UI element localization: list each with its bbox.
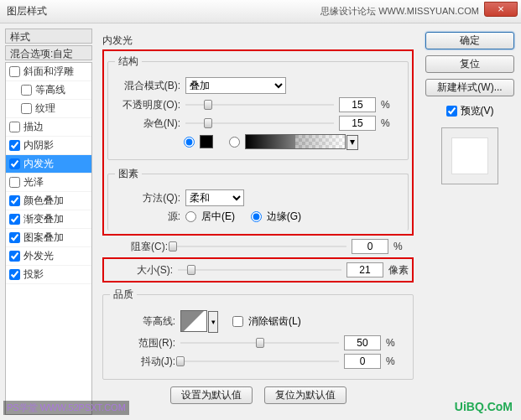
choke-slider[interactable]: [173, 240, 346, 253]
sidebar-item-10[interactable]: 外发光: [6, 247, 91, 266]
opacity-slider[interactable]: [185, 98, 334, 111]
ok-button[interactable]: 确定: [425, 32, 514, 49]
blend-mode-select[interactable]: 叠加: [185, 77, 286, 94]
sidebar-item-6[interactable]: 光泽: [6, 174, 91, 192]
range-label: 范围(R):: [110, 336, 175, 350]
highlight-box-structure: 结构 混合模式(B): 叠加 不透明度(O): % 杂色(N): %: [102, 49, 414, 236]
jitter-slider[interactable]: [180, 355, 339, 368]
sidebar-item-checkbox[interactable]: [9, 140, 20, 151]
color-swatch[interactable]: [200, 135, 213, 148]
group-quality: 品质 等高线: ▾ 消除锯齿(L) 范围(R): % 抖动(J): %: [102, 288, 414, 380]
opacity-label: 不透明度(O):: [115, 98, 180, 112]
sidebar-item-checkbox[interactable]: [9, 177, 20, 188]
noise-slider[interactable]: [185, 117, 334, 130]
group-structure: 结构 混合模式(B): 叠加 不透明度(O): % 杂色(N): %: [107, 54, 409, 160]
noise-unit: %: [381, 117, 401, 129]
group-elements: 图素 方法(Q): 柔和 源: 居中(E) 边缘(G): [107, 167, 409, 231]
sidebar-item-1[interactable]: 等高线: [6, 81, 91, 100]
technique-select[interactable]: 柔和: [185, 189, 244, 206]
sidebar-item-checkbox[interactable]: [9, 269, 20, 280]
antialias-label: 消除锯齿(L): [248, 314, 301, 329]
sidebar-item-11[interactable]: 投影: [6, 266, 91, 284]
sidebar-item-label: 颜色叠加: [23, 194, 64, 208]
sidebar-item-5[interactable]: 内发光: [6, 155, 91, 174]
sidebar-header[interactable]: 样式: [5, 29, 92, 44]
source-edge-radio[interactable]: [251, 211, 262, 222]
sidebar-item-2[interactable]: 纹理: [6, 100, 91, 118]
sidebar-item-label: 纹理: [35, 101, 55, 116]
sidebar-item-label: 光泽: [23, 175, 44, 189]
sidebar-item-4[interactable]: 内阴影: [6, 137, 91, 155]
legend-structure: 结构: [115, 54, 142, 69]
range-slider[interactable]: [180, 336, 339, 350]
watermark-bottom-right: UiBQ.CoM: [455, 400, 513, 413]
preview-thumbnail: [452, 138, 487, 174]
opacity-input[interactable]: [339, 97, 376, 112]
technique-label: 方法(Q):: [115, 191, 180, 205]
size-slider[interactable]: [178, 263, 341, 277]
sidebar-item-checkbox[interactable]: [21, 103, 32, 114]
sidebar-item-checkbox[interactable]: [9, 195, 20, 206]
sidebar-item-checkbox[interactable]: [21, 85, 32, 96]
set-default-button[interactable]: 设置为默认值: [170, 386, 253, 404]
sidebar-item-checkbox[interactable]: [9, 122, 20, 132]
sidebar-item-checkbox[interactable]: [9, 251, 20, 262]
sidebar-item-3[interactable]: 描边: [6, 118, 91, 137]
sidebar-item-8[interactable]: 渐变叠加: [6, 210, 91, 229]
choke-unit: %: [393, 241, 414, 252]
gradient-picker[interactable]: ▾: [245, 134, 346, 149]
close-button[interactable]: ×: [484, 2, 518, 17]
highlight-box-size: 大小(S): 像素: [102, 257, 414, 283]
sidebar-item-label: 渐变叠加: [23, 212, 64, 226]
source-center-label: 居中(E): [201, 210, 235, 224]
opacity-unit: %: [381, 99, 401, 111]
noise-input[interactable]: [339, 116, 376, 131]
sidebar-item-9[interactable]: 图案叠加: [6, 229, 91, 247]
new-style-button[interactable]: 新建样式(W)...: [425, 79, 514, 96]
contour-label: 等高线:: [110, 314, 175, 329]
sidebar-item-label: 等高线: [35, 83, 65, 97]
choke-label: 阻塞(C):: [102, 240, 168, 254]
sidebar-item-label: 斜面和浮雕: [23, 65, 74, 79]
sidebar-item-7[interactable]: 颜色叠加: [6, 192, 91, 210]
sidebar-item-checkbox[interactable]: [9, 158, 20, 169]
contour-picker[interactable]: ▾: [180, 310, 207, 332]
chevron-down-icon[interactable]: ▾: [208, 311, 218, 333]
preview-checkbox[interactable]: [446, 106, 457, 117]
noise-label: 杂色(N):: [115, 117, 180, 131]
legend-quality: 品质: [110, 288, 137, 302]
jitter-input[interactable]: [344, 354, 381, 369]
size-input[interactable]: [346, 262, 383, 277]
sidebar-item-checkbox[interactable]: [9, 66, 20, 77]
size-unit: 像素: [388, 263, 409, 277]
dialog-body: 样式 混合选项:自定 斜面和浮雕等高线纹理描边内阴影内发光光泽颜色叠加渐变叠加图…: [0, 23, 521, 420]
sidebar-subheader[interactable]: 混合选项:自定: [5, 45, 92, 60]
choke-input[interactable]: [352, 239, 388, 254]
sidebar-item-label: 投影: [23, 267, 44, 282]
antialias-checkbox[interactable]: [232, 316, 243, 327]
sidebar-item-0[interactable]: 斜面和浮雕: [6, 63, 91, 81]
cancel-button[interactable]: 复位: [425, 55, 514, 73]
reset-default-button[interactable]: 复位为默认值: [264, 386, 346, 404]
source-label: 源:: [115, 210, 180, 224]
panel-title: 内发光: [102, 34, 414, 48]
source-edge-label: 边缘(G): [267, 210, 301, 224]
jitter-label: 抖动(J):: [110, 355, 175, 369]
color-solid-radio[interactable]: [184, 137, 195, 148]
center-panel: 内发光 结构 混合模式(B): 叠加 不透明度(O): % 杂色(N):: [97, 29, 419, 415]
right-column: 确定 复位 新建样式(W)... 预览(V): [424, 29, 516, 415]
chevron-down-icon[interactable]: ▾: [346, 135, 358, 150]
sidebar-item-label: 外发光: [23, 249, 54, 263]
window-title: 图层样式: [7, 4, 47, 18]
titlebar: 图层样式 思缘设计论坛 WWW.MISSYUAN.COM ×: [0, 0, 521, 23]
sidebar-item-checkbox[interactable]: [9, 214, 20, 225]
style-list: 斜面和浮雕等高线纹理描边内阴影内发光光泽颜色叠加渐变叠加图案叠加外发光投影: [5, 62, 92, 415]
sidebar-item-checkbox[interactable]: [9, 232, 20, 243]
legend-elements: 图素: [115, 167, 142, 181]
range-input[interactable]: [344, 335, 381, 350]
range-unit: %: [386, 337, 406, 349]
preview-label: 预览(V): [461, 104, 494, 118]
color-gradient-radio[interactable]: [229, 137, 240, 148]
source-center-radio[interactable]: [185, 211, 196, 222]
size-label: 大小(S):: [107, 263, 173, 277]
